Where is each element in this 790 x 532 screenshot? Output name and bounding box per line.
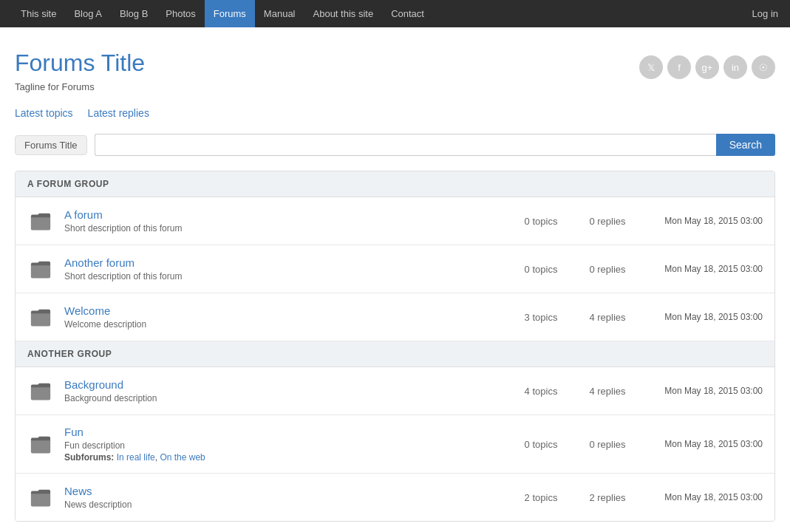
replies-stat: 2 replies	[585, 491, 630, 503]
tab-latest-replies[interactable]: Latest replies	[88, 107, 149, 119]
nav-item-blog-b[interactable]: Blog B	[111, 0, 157, 27]
forum-info: NewsNews description	[64, 485, 519, 510]
forum-description: Short description of this forum	[64, 271, 519, 282]
forum-name[interactable]: Fun	[64, 426, 519, 438]
forum-subforums: Subforums: In real life, On the web	[64, 452, 519, 463]
topics-value: 0 topics	[525, 216, 558, 227]
forum-icon	[27, 256, 54, 282]
nav-item-this-site[interactable]: This site	[12, 0, 65, 27]
forum-row: BackgroundBackground description4 topics…	[16, 367, 774, 415]
nav-item-blog-a[interactable]: Blog A	[65, 0, 111, 27]
forum-stats: 2 topics2 replies	[519, 491, 630, 503]
forum-info: A forumShort description of this forum	[64, 208, 519, 233]
forum-stats: 0 topics0 replies	[519, 215, 630, 227]
forums-title: Forums Title	[15, 50, 145, 77]
replies-value: 4 replies	[589, 386, 625, 397]
login-link[interactable]: Log in	[752, 8, 778, 19]
search-button[interactable]: Search	[716, 134, 775, 156]
replies-stat: 4 replies	[585, 385, 630, 397]
search-input[interactable]	[95, 134, 716, 156]
legend: No new posts Forum is locked	[15, 522, 775, 532]
nav-links: This siteBlog ABlog BPhotosForumsManualA…	[12, 0, 433, 27]
forums-header: Forums Title Tagline for Forums 𝕏 f g+ i…	[15, 50, 775, 92]
forums-tagline: Tagline for Forums	[15, 81, 145, 92]
forum-date: Mon May 18, 2015 03:00	[644, 264, 763, 274]
subforums-label: Subforums:	[64, 452, 117, 463]
forum-date: Mon May 18, 2015 03:00	[644, 439, 763, 449]
forum-name[interactable]: Welcome	[64, 304, 519, 317]
replies-value: 0 replies	[589, 264, 625, 275]
topics-stat: 2 topics	[519, 491, 563, 503]
forum-name[interactable]: News	[64, 485, 519, 497]
topics-stat: 3 topics	[519, 311, 563, 323]
forum-row: A forumShort description of this forum0 …	[16, 197, 774, 245]
tabs: Latest topicsLatest replies	[15, 107, 775, 119]
tab-latest-topics[interactable]: Latest topics	[15, 107, 73, 119]
forum-row: Another forumShort description of this f…	[16, 245, 774, 293]
forum-date: Mon May 18, 2015 03:00	[644, 492, 763, 502]
forum-description: Short description of this forum	[64, 223, 519, 233]
forum-stats: 0 topics0 replies	[519, 438, 630, 450]
forum-info: FunFun descriptionSubforums: In real lif…	[64, 426, 519, 463]
topics-value: 0 topics	[525, 264, 558, 275]
forum-stats: 0 topics0 replies	[519, 263, 630, 275]
forum-description: Fun description	[64, 440, 519, 451]
topics-stat: 0 topics	[519, 263, 563, 275]
search-input-wrap: Search	[95, 134, 775, 156]
nav-item-photos[interactable]: Photos	[157, 0, 204, 27]
forum-icon	[27, 378, 54, 404]
topics-value: 4 topics	[525, 386, 558, 397]
replies-stat: 0 replies	[585, 438, 630, 450]
forum-table: A FORUM GROUP A forumShort description o…	[15, 171, 775, 522]
nav-item-about-this-site[interactable]: About this site	[304, 0, 383, 27]
forum-icon	[27, 208, 54, 234]
social-icons: 𝕏 f g+ in ☉	[639, 55, 775, 79]
forum-row: NewsNews description2 topics2 repliesMon…	[16, 474, 774, 521]
forum-icon	[27, 304, 54, 330]
group-header: A FORUM GROUP	[16, 171, 774, 197]
replies-value: 2 replies	[589, 492, 625, 503]
forums-title-block: Forums Title Tagline for Forums	[15, 50, 145, 92]
forum-row: FunFun descriptionSubforums: In real lif…	[16, 415, 774, 474]
forum-date: Mon May 18, 2015 03:00	[644, 312, 763, 322]
replies-value: 0 replies	[589, 439, 625, 450]
forum-name[interactable]: Another forum	[64, 256, 519, 269]
forum-info: Another forumShort description of this f…	[64, 256, 519, 282]
topics-value: 2 topics	[525, 492, 558, 503]
breadcrumb: Forums Title	[15, 135, 87, 155]
forum-name[interactable]: Background	[64, 378, 519, 391]
topics-stat: 0 topics	[519, 215, 563, 227]
forum-info: WelcomeWelcome description	[64, 304, 519, 330]
twitter-icon[interactable]: 𝕏	[639, 55, 663, 79]
topics-stat: 4 topics	[519, 385, 563, 397]
search-bar-row: Forums Title Search	[15, 134, 775, 156]
topics-value: 3 topics	[525, 312, 558, 323]
forum-description: Background description	[64, 393, 519, 403]
topics-stat: 0 topics	[519, 438, 563, 450]
googleplus-icon[interactable]: g+	[695, 55, 719, 79]
main-container: Forums Title Tagline for Forums 𝕏 f g+ i…	[0, 27, 790, 532]
forum-stats: 3 topics4 replies	[519, 311, 630, 323]
replies-value: 4 replies	[589, 312, 625, 323]
forum-row: WelcomeWelcome description3 topics4 repl…	[16, 293, 774, 341]
forum-date: Mon May 18, 2015 03:00	[644, 216, 763, 226]
forum-icon	[27, 431, 54, 457]
subforum-link[interactable]: In real life	[117, 452, 155, 463]
main-nav: This siteBlog ABlog BPhotosForumsManualA…	[0, 0, 790, 27]
replies-value: 0 replies	[589, 216, 625, 227]
nav-item-forums[interactable]: Forums	[205, 0, 255, 27]
replies-stat: 0 replies	[585, 263, 630, 275]
replies-stat: 0 replies	[585, 215, 630, 227]
linkedin-icon[interactable]: in	[723, 55, 747, 79]
forum-icon	[27, 484, 54, 511]
nav-item-contact[interactable]: Contact	[382, 0, 433, 27]
forum-date: Mon May 18, 2015 03:00	[644, 386, 763, 396]
facebook-icon[interactable]: f	[667, 55, 691, 79]
forum-stats: 4 topics4 replies	[519, 385, 630, 397]
topics-value: 0 topics	[525, 439, 558, 450]
nav-item-manual[interactable]: Manual	[255, 0, 304, 27]
instagram-icon[interactable]: ☉	[752, 55, 775, 79]
forum-name[interactable]: A forum	[64, 208, 519, 221]
subforum-link[interactable]: On the web	[160, 452, 205, 463]
forum-description: Welcome description	[64, 319, 519, 330]
